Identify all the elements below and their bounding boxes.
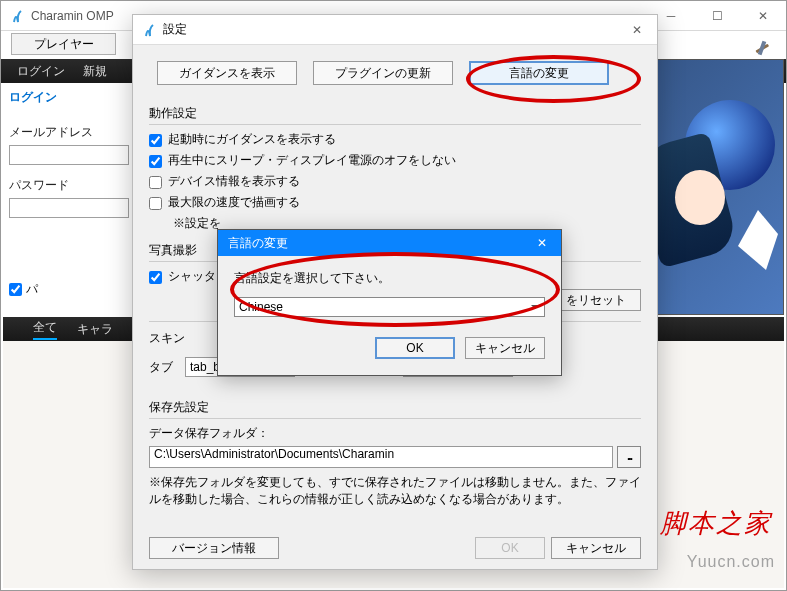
- tab-skin-label: タブ: [149, 359, 173, 376]
- cb-shutter-label-prefix: シャッタ: [168, 268, 216, 285]
- language-cancel-button[interactable]: キャンセル: [465, 337, 545, 359]
- reset-button[interactable]: をリセット: [551, 289, 641, 311]
- save-section-title: 保存先設定: [149, 399, 641, 419]
- tab-chara[interactable]: キャラ: [77, 321, 113, 338]
- right-preview-panel: [654, 59, 784, 315]
- cb-shutter[interactable]: [149, 271, 162, 284]
- top-button-row: ガイダンスを表示 プラグインの更新 言語の変更: [149, 61, 641, 85]
- remember-checkbox[interactable]: [9, 283, 22, 296]
- settings-cancel-button[interactable]: キャンセル: [551, 537, 641, 559]
- settings-title-text: 設定: [163, 21, 187, 38]
- cb-guidance-startup-label: 起動時にガイダンスを表示する: [168, 131, 336, 148]
- cb-max-speed-label: 最大限の速度で描画する: [168, 194, 300, 211]
- tools-icon[interactable]: [752, 35, 776, 59]
- email-label: メールアドレス: [9, 124, 129, 141]
- language-combo[interactable]: Chinese: [234, 297, 545, 317]
- dialog-icon: [141, 22, 157, 38]
- menu-login[interactable]: ログイン: [17, 63, 65, 80]
- settings-close-button[interactable]: ✕: [617, 15, 657, 45]
- email-field[interactable]: [9, 145, 129, 165]
- plugin-button[interactable]: プラグインの更新: [313, 61, 453, 85]
- browse-button[interactable]: ...: [617, 446, 641, 468]
- language-ok-button[interactable]: OK: [375, 337, 455, 359]
- version-button[interactable]: バージョン情報: [149, 537, 279, 559]
- password-label: パスワード: [9, 177, 129, 194]
- language-title-text: 言語の変更: [228, 235, 288, 252]
- close-button[interactable]: ✕: [740, 1, 786, 31]
- language-body: 言語設定を選択して下さい。 Chinese OK キャンセル: [218, 256, 561, 375]
- behavior-section-title: 動作設定: [149, 105, 641, 125]
- cb-device-info[interactable]: [149, 176, 162, 189]
- folder-path-input[interactable]: C:\Users\Administrator\Documents\Charami…: [149, 446, 613, 468]
- cb-guidance-startup[interactable]: [149, 134, 162, 147]
- settings-ok-button: OK: [475, 537, 545, 559]
- parent-title: Charamin OMP: [31, 9, 114, 23]
- password-field[interactable]: [9, 198, 129, 218]
- settings-titlebar: 設定 ✕: [133, 15, 657, 45]
- language-dialog: 言語の変更 ✕ 言語設定を選択して下さい。 Chinese OK キャンセル: [217, 229, 562, 376]
- cb-device-info-label: デバイス情報を表示する: [168, 173, 300, 190]
- remember-checkbox-row: パ: [9, 281, 38, 298]
- language-close-button[interactable]: ✕: [523, 230, 561, 256]
- guidance-button[interactable]: ガイダンスを表示: [157, 61, 297, 85]
- settings-bottom-buttons: バージョン情報 OK キャンセル: [149, 537, 641, 559]
- app-icon: [9, 8, 25, 24]
- menu-new[interactable]: 新規: [83, 63, 107, 80]
- cb-max-speed[interactable]: [149, 197, 162, 210]
- remember-label: パ: [26, 281, 38, 298]
- save-note: ※保存先フォルダを変更しても、すでに保存されたファイルは移動しません。また、ファ…: [149, 474, 641, 508]
- login-section: ログイン メールアドレス パスワード: [9, 89, 129, 218]
- language-titlebar: 言語の変更 ✕: [218, 230, 561, 256]
- folder-label: データ保存フォルダ：: [149, 425, 641, 442]
- maximize-button[interactable]: ☐: [694, 1, 740, 31]
- language-button[interactable]: 言語の変更: [469, 61, 609, 85]
- language-message: 言語設定を選択して下さい。: [234, 270, 545, 287]
- cb-prevent-sleep-label: 再生中にスリープ・ディスプレイ電源のオフをしない: [168, 152, 456, 169]
- login-title: ログイン: [9, 89, 129, 106]
- player-button[interactable]: プレイヤー: [11, 33, 116, 55]
- cb-prevent-sleep[interactable]: [149, 155, 162, 168]
- tab-all[interactable]: 全て: [33, 319, 57, 340]
